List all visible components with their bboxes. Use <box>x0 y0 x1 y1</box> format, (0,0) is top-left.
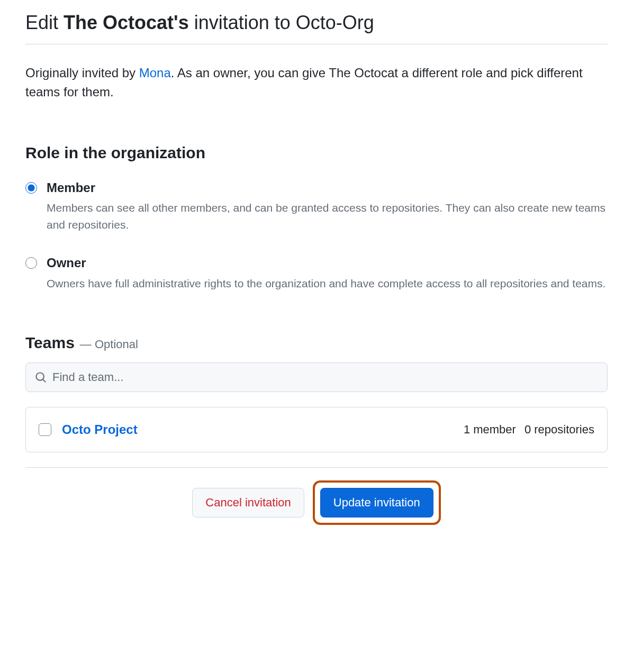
team-search-input[interactable] <box>25 362 608 392</box>
role-option-owner[interactable]: Owner Owners have full administrative ri… <box>25 254 608 292</box>
footer-actions: Cancel invitation Update invitation <box>25 467 608 525</box>
team-checkbox[interactable] <box>39 423 51 436</box>
desc-before: Originally invited by <box>25 66 139 80</box>
update-invitation-button[interactable]: Update invitation <box>320 488 433 517</box>
team-name-link[interactable]: Octo Project <box>62 422 453 437</box>
role-desc-owner: Owners have full administrative rights t… <box>47 275 608 292</box>
title-prefix: Edit <box>25 12 64 33</box>
team-repos-count: 0 repositories <box>525 423 594 437</box>
cancel-invitation-button[interactable]: Cancel invitation <box>192 488 304 517</box>
team-members-count: 1 member <box>464 423 516 437</box>
role-section-heading: Role in the organization <box>25 144 608 162</box>
role-option-member[interactable]: Member Members can see all other members… <box>25 179 608 233</box>
role-radio-owner[interactable] <box>25 257 37 269</box>
team-item: Octo Project 1 member 0 repositories <box>26 407 607 452</box>
role-content-member: Member Members can see all other members… <box>47 179 608 233</box>
role-label-member: Member <box>47 179 608 197</box>
invitation-description: Originally invited by Mona. As an owner,… <box>25 63 608 102</box>
role-radio-group: Member Members can see all other members… <box>25 179 608 292</box>
teams-section-heading: Teams — Optional <box>25 334 608 352</box>
title-suffix: invitation to Octo-Org <box>189 12 374 33</box>
role-label-owner: Owner <box>47 254 608 272</box>
role-desc-member: Members can see all other members, and c… <box>47 199 608 233</box>
teams-optional-label: — Optional <box>80 338 138 351</box>
team-list: Octo Project 1 member 0 repositories <box>25 407 608 452</box>
team-search-wrapper <box>25 362 608 392</box>
role-radio-member[interactable] <box>25 182 37 194</box>
role-content-owner: Owner Owners have full administrative ri… <box>47 254 608 292</box>
title-bold: The Octocat's <box>64 12 189 33</box>
teams-heading-text: Teams <box>25 334 75 352</box>
inviter-link[interactable]: Mona <box>139 66 171 80</box>
team-meta: 1 member 0 repositories <box>464 423 594 437</box>
page-title: Edit The Octocat's invitation to Octo-Or… <box>25 11 608 44</box>
update-button-highlight: Update invitation <box>313 480 441 525</box>
